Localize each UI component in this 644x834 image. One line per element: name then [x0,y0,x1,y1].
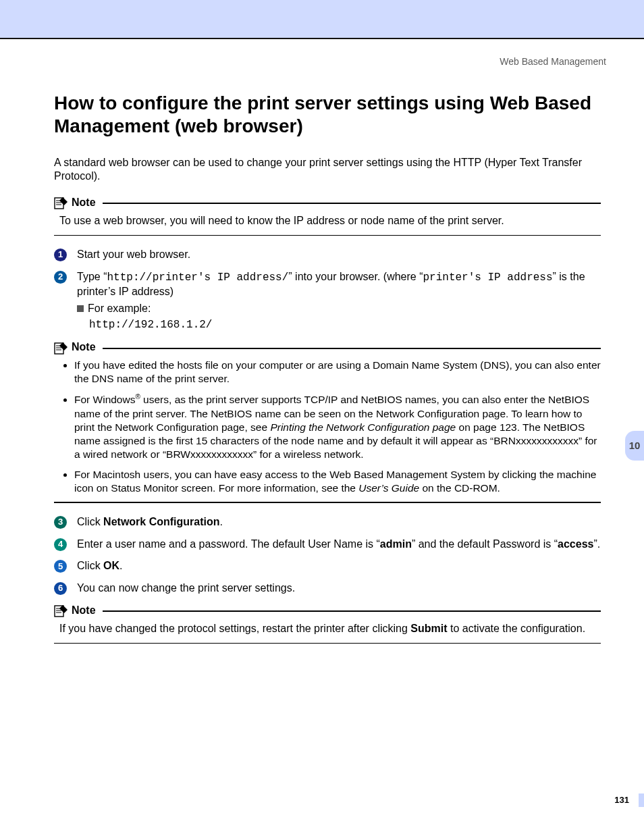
example-code: http://192.168.1.2/ [89,318,601,332]
note-rule [103,610,601,612]
step-4: 4 Enter a user name and a password. The … [54,538,601,552]
note-icon [54,604,69,617]
step-6: 6 You can now change the print server se… [54,581,601,596]
note3-body: If you have changed the protocol setting… [59,622,601,636]
note-bottom-rule [54,643,601,644]
page-number-bar [639,793,644,807]
note-bottom-rule [54,502,601,503]
step-badge-5: 5 [54,560,67,573]
running-header: Web Based Management [0,55,606,68]
step-2-code2: printer's IP address [423,271,553,284]
note2-item-1: If you have edited the hosts file on you… [74,359,601,386]
note-icon [54,341,69,355]
xref-link[interactable]: Printing the Network Configuration page [270,421,456,433]
note-label: Note [72,604,96,618]
header-band [0,0,644,38]
note-label: Note [72,196,96,210]
note-heading: Note [54,196,601,210]
example-label: For example: [88,303,151,314]
step-2-mid: ” into your browser. (where “ [288,271,423,282]
step-badge-2: 2 [54,271,67,284]
step-badge-3: 3 [54,516,67,529]
registered-symbol: ® [135,393,140,400]
step-badge-4: 4 [54,538,67,551]
page-number-wrap: 131 [614,793,644,807]
note-rule [103,203,601,204]
step-3: 3 Click Network Configuration. [54,515,601,529]
step-2: 2 Type “http://printer's IP address/” in… [54,270,601,332]
note-heading-3: Note [54,604,601,618]
step-2-code1: http://printer's IP address/ [107,271,288,284]
page-number: 131 [614,795,629,806]
step-1: 1 Start your web browser. [54,248,601,262]
step-badge-1: 1 [54,249,67,261]
note1-body: To use a web browser, you will need to k… [59,214,601,228]
step-5: 5 Click OK. [54,559,601,573]
header-rule [0,38,644,39]
page-title: How to configure the print server settin… [54,92,601,138]
users-guide-ref: User’s Guide [358,482,419,494]
note-rule [103,348,601,349]
step-2-pre: Type “ [77,271,107,282]
chapter-tab: 10 [625,431,644,461]
note-icon [54,196,69,209]
note-heading-2: Note [54,340,601,355]
note-label: Note [72,340,96,355]
note2-item-2: For Windows® users, as the print server … [74,392,601,461]
note2-list: If you have edited the hosts file on you… [66,359,601,495]
note-bottom-rule [54,235,601,236]
note2-item-3: For Macintosh users, you can have easy a… [74,468,601,495]
square-bullet-icon [77,305,84,312]
step-badge-6: 6 [54,582,67,595]
intro-paragraph: A standard web browser can be used to ch… [54,156,601,184]
step-1-text: Start your web browser. [77,249,190,260]
